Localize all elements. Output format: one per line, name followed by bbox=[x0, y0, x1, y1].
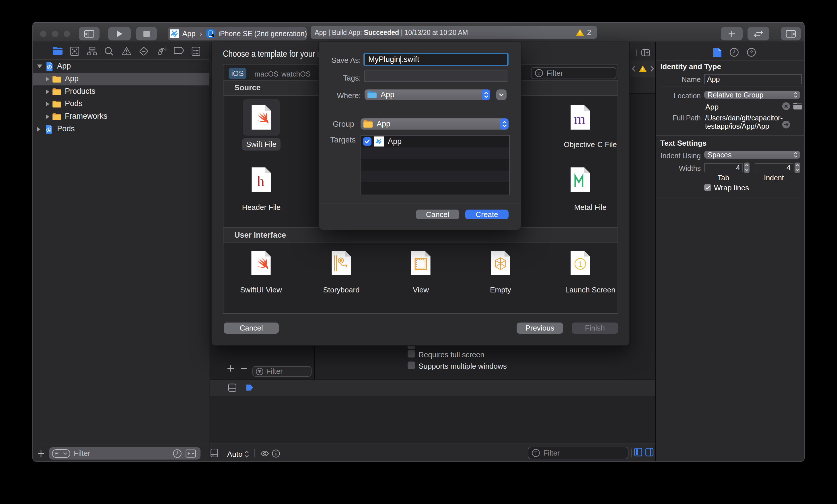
svg-text:1: 1 bbox=[578, 260, 582, 268]
svg-text:m: m bbox=[574, 111, 585, 127]
svg-text:?: ? bbox=[750, 49, 753, 55]
svg-text:h: h bbox=[257, 173, 265, 189]
